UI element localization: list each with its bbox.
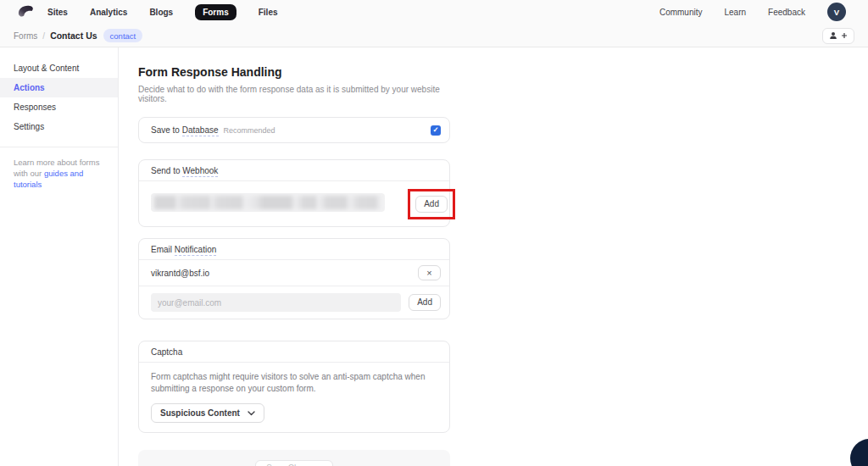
chevron-down-icon (248, 411, 255, 416)
form-slug-badge: contact (103, 29, 143, 42)
email-entry-value: vikrantd@bsf.io (151, 269, 209, 278)
email-add-button[interactable]: Add (409, 294, 441, 311)
captcha-description: Form captchas might require visitors to … (151, 371, 434, 395)
user-avatar[interactable]: V (827, 3, 846, 21)
nav-item-blogs[interactable]: Blogs (149, 8, 173, 17)
remove-email-button[interactable]: × (418, 265, 441, 280)
breadcrumb-current: Contact Us (50, 31, 97, 41)
top-nav-right: Community Learn Feedback V (659, 3, 846, 21)
main-panel: Form Response Handling Decide what to do… (119, 47, 450, 466)
save-changes-button[interactable]: Save Changes (255, 460, 333, 466)
annotation-highlight-box: Add (408, 189, 455, 219)
webhook-term[interactable]: Webhook (182, 166, 218, 177)
app-page: Sites Analytics Blogs Forms Files Commun… (0, 0, 868, 466)
person-icon (829, 31, 837, 40)
nav-item-sites[interactable]: Sites (47, 8, 68, 17)
nav-item-learn[interactable]: Learn (725, 8, 747, 17)
sidebar-item-settings[interactable]: Settings (0, 117, 118, 136)
plus-icon (841, 32, 848, 39)
save-to-database-card: Save to Database Recommended ✓ (138, 117, 450, 143)
nav-item-analytics[interactable]: Analytics (90, 8, 127, 17)
nav-item-files[interactable]: Files (259, 8, 278, 17)
sidebar: Layout & Content Actions Responses Setti… (0, 47, 119, 466)
sidebar-help-note: Learn more about forms with our guides a… (0, 157, 118, 190)
webhook-card: Send to Webhook Add (138, 159, 450, 227)
nav-item-community[interactable]: Community (659, 8, 703, 17)
breadcrumb-root[interactable]: Forms (14, 31, 37, 41)
captcha-card-header: Captcha (139, 341, 449, 362)
recommended-tag: Recommended (224, 126, 275, 135)
webhook-url-input-redacted[interactable] (151, 193, 385, 212)
database-term[interactable]: Database (182, 125, 219, 136)
save-to-database-checkbox[interactable]: ✓ (431, 125, 441, 136)
content-area: Layout & Content Actions Responses Setti… (0, 47, 868, 466)
webhook-label: Send to Webhook (151, 166, 218, 175)
sidebar-item-responses[interactable]: Responses (0, 97, 118, 117)
email-input[interactable] (151, 293, 401, 312)
redacted-content (154, 196, 381, 209)
save-to-database-label: Save to Database (151, 125, 219, 135)
webhook-input-row: Add (139, 181, 449, 226)
webhook-card-header: Send to Webhook (139, 160, 449, 180)
email-notification-label: Email Notification (151, 245, 216, 254)
help-note-prefix: our (31, 169, 44, 178)
nav-item-forms[interactable]: Forms (195, 4, 236, 20)
nav-item-feedback[interactable]: Feedback (768, 8, 805, 17)
breadcrumb-separator: / (42, 31, 45, 41)
nav-links: Sites Analytics Blogs Forms Files (47, 4, 278, 20)
webhook-add-button[interactable]: Add (415, 196, 448, 213)
top-nav: Sites Analytics Blogs Forms Files Commun… (0, 0, 868, 24)
header: Sites Analytics Blogs Forms Files Commun… (0, 0, 868, 47)
captcha-mode-value: Suspicious Content (160, 408, 240, 418)
brand-logo-icon[interactable] (17, 3, 37, 20)
save-panel: Save Changes (138, 450, 450, 466)
notification-term[interactable]: Notification (175, 245, 216, 256)
sidebar-divider (0, 147, 118, 147)
sidebar-item-layout-content[interactable]: Layout & Content (0, 58, 118, 78)
breadcrumb: Forms / Contact Us contact (0, 24, 868, 47)
page-description: Decide what to do with the form response… (138, 85, 450, 103)
email-card-header: Email Notification (139, 239, 449, 259)
captcha-label: Captcha (151, 347, 182, 357)
captcha-body: Form captchas might require visitors to … (139, 363, 449, 432)
page-title: Form Response Handling (138, 65, 450, 79)
email-notification-card: Email Notification vikrantd@bsf.io × Add (138, 238, 450, 319)
captcha-card: Captcha Form captchas might require visi… (138, 341, 450, 433)
captcha-mode-dropdown[interactable]: Suspicious Content (151, 403, 264, 423)
email-entry-row: vikrantd@bsf.io × (139, 260, 449, 286)
invite-user-button[interactable] (822, 28, 854, 44)
email-input-row: Add (139, 286, 449, 319)
close-icon: × (426, 269, 431, 278)
sidebar-item-actions[interactable]: Actions (0, 78, 118, 97)
